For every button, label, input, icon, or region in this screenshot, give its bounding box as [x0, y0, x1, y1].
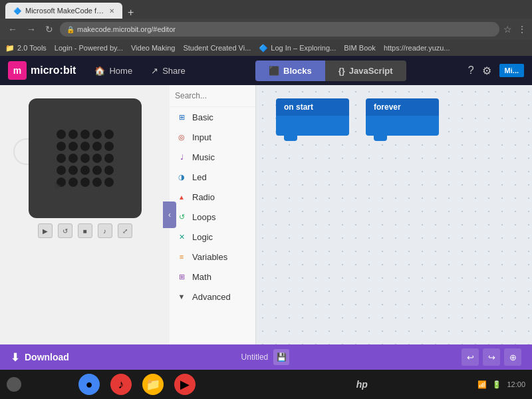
main-content: ▶ ↺ ■ ♪ ⤢ ‹ 🔍 ⊞ Basic: [0, 85, 532, 344]
led-dot: [104, 178, 114, 187]
bottom-bar: ⬇ Download Untitled 💾 ↩ ↪ ⊕: [0, 344, 532, 370]
bottom-right: ↩ ↪ ⊕: [462, 348, 521, 366]
led-dot: [57, 142, 66, 151]
category-advanced-label: Advanced: [192, 292, 231, 302]
category-music[interactable]: ♩ Music: [170, 147, 255, 167]
category-basic-label: Basic: [192, 112, 213, 122]
taskbar: ● ♪ 📁 ▶ hp 📶 🔋 12:00: [0, 370, 532, 399]
bookmark-tools[interactable]: 📁 2.0 Tools: [5, 44, 47, 53]
project-name: Untitled: [241, 352, 269, 362]
bookmark-label: 2.0 Tools: [17, 44, 47, 52]
bookmark-yuzu[interactable]: https://reader.yuzu...: [384, 44, 450, 52]
home-icon: 🏠: [94, 66, 105, 76]
header-center: ⬛ Blocks {} JavaScript: [204, 61, 458, 81]
bookmark-label: https://reader.yuzu...: [384, 44, 450, 52]
collapse-panel-btn[interactable]: ‹: [163, 201, 176, 228]
forward-btn[interactable]: →: [24, 23, 39, 36]
basic-icon: ⊞: [176, 112, 187, 122]
led-dot: [80, 154, 90, 163]
music-icon: ♩: [176, 152, 187, 162]
led-dot: [92, 130, 102, 139]
restart-btn[interactable]: ↺: [58, 223, 72, 238]
menu-icon[interactable]: ⋮: [517, 24, 527, 35]
share-btn[interactable]: ↗ Share: [143, 62, 194, 80]
lock-icon: 🔒: [66, 26, 74, 33]
help-btn[interactable]: ?: [468, 65, 474, 76]
browser-frame: 🔷 Microsoft MakeCode for micro:b... ✕ + …: [0, 0, 532, 399]
project-save-icon[interactable]: 💾: [273, 349, 289, 365]
editor-canvas[interactable]: on start forever: [256, 85, 532, 344]
home-label: Home: [109, 66, 132, 76]
search-input[interactable]: [175, 91, 256, 100]
category-input[interactable]: ◎ Input: [170, 127, 255, 147]
on-start-notch: [284, 136, 297, 141]
category-led[interactable]: ◑ Led: [170, 167, 255, 187]
share-label: Share: [162, 66, 186, 76]
category-radio[interactable]: ▲ Radio: [170, 187, 255, 207]
led-grid: [57, 130, 114, 187]
led-dot: [57, 130, 66, 139]
bookmark-bim[interactable]: BIM Book: [344, 44, 376, 52]
bookmark-video[interactable]: Video Making: [131, 44, 175, 52]
bookmark-login[interactable]: Login - Powered by...: [55, 44, 123, 52]
stop-btn[interactable]: ■: [78, 223, 92, 238]
on-start-block[interactable]: on start: [276, 98, 349, 136]
wifi-icon: 📶: [477, 380, 487, 389]
video-icon[interactable]: ▶: [174, 374, 196, 395]
category-logic[interactable]: ✕ Logic: [170, 227, 255, 247]
mute-btn[interactable]: ♪: [98, 223, 112, 238]
category-math[interactable]: ⊞ Math: [170, 267, 255, 287]
category-loops[interactable]: ↺ Loops: [170, 207, 255, 227]
home-btn[interactable]: 🏠 Home: [86, 62, 140, 80]
redo-btn[interactable]: ↪: [483, 348, 500, 366]
bookmark-label: Video Making: [131, 44, 175, 52]
play-btn[interactable]: ▶: [38, 223, 53, 238]
active-tab[interactable]: 🔷 Microsoft MakeCode for micro:b... ✕: [5, 3, 122, 19]
radio-icon: ▲: [176, 192, 187, 202]
zoom-btn[interactable]: ⊕: [504, 348, 521, 366]
files-icon[interactable]: 📁: [142, 374, 164, 395]
fullscreen-btn[interactable]: ⤢: [118, 223, 132, 238]
category-logic-label: Logic: [192, 232, 213, 242]
tab-close-btn[interactable]: ✕: [109, 7, 114, 15]
category-radio-label: Radio: [192, 192, 215, 202]
on-start-body: [276, 116, 349, 136]
taskbar-apps: ● ♪ 📁 ▶: [28, 374, 246, 395]
category-advanced[interactable]: ▼ Advanced: [170, 287, 255, 307]
led-dot: [104, 130, 114, 139]
hp-logo: hp: [356, 379, 368, 390]
led-icon: ◑: [176, 172, 187, 182]
download-label: Download: [25, 352, 69, 362]
bookmarks-bar: 📁 2.0 Tools Login - Powered by... Video …: [0, 40, 532, 56]
new-tab-btn[interactable]: +: [122, 7, 139, 19]
reload-btn[interactable]: ↻: [43, 23, 56, 36]
back-btn[interactable]: ←: [5, 23, 20, 36]
led-dot: [80, 166, 90, 175]
header-right: ? ⚙ Mi...: [468, 64, 524, 77]
category-basic[interactable]: ⊞ Basic: [170, 107, 255, 127]
blocks-panel: 🔍 ⊞ Basic ◎ Input ♩ Music ◑ Led: [170, 85, 256, 344]
javascript-tab[interactable]: {} JavaScript: [325, 61, 406, 81]
address-bar[interactable]: 🔒 makecode.microbit.org/#editor: [60, 22, 499, 37]
led-dot: [92, 178, 102, 187]
bookmark-exploring[interactable]: 🔷 Log In – Exploring...: [259, 44, 336, 53]
undo-btn[interactable]: ↩: [462, 348, 479, 366]
category-variables[interactable]: ≡ Variables: [170, 247, 255, 267]
microsoft-logo: Mi...: [499, 64, 524, 77]
forever-block[interactable]: forever: [366, 98, 439, 136]
star-icon[interactable]: ☆: [503, 24, 512, 35]
music-app-icon[interactable]: ♪: [110, 374, 132, 395]
chrome-icon[interactable]: ●: [78, 374, 100, 395]
brand-name: micro:bit: [31, 65, 76, 76]
led-dot: [68, 178, 78, 187]
blocks-tab[interactable]: ⬛ Blocks: [255, 61, 325, 81]
on-start-header: on start: [276, 98, 349, 116]
bookmark-student[interactable]: Student Created Vi...: [183, 44, 251, 52]
led-dot: [80, 178, 90, 187]
bookmark-label: BIM Book: [344, 44, 376, 52]
bookmark-icon: 📁: [5, 44, 15, 53]
settings-btn[interactable]: ⚙: [482, 65, 491, 77]
forever-notch: [374, 136, 387, 141]
simulator-area: ▶ ↺ ■ ♪ ⤢ ‹: [0, 85, 170, 344]
download-button[interactable]: ⬇ Download: [11, 351, 69, 364]
